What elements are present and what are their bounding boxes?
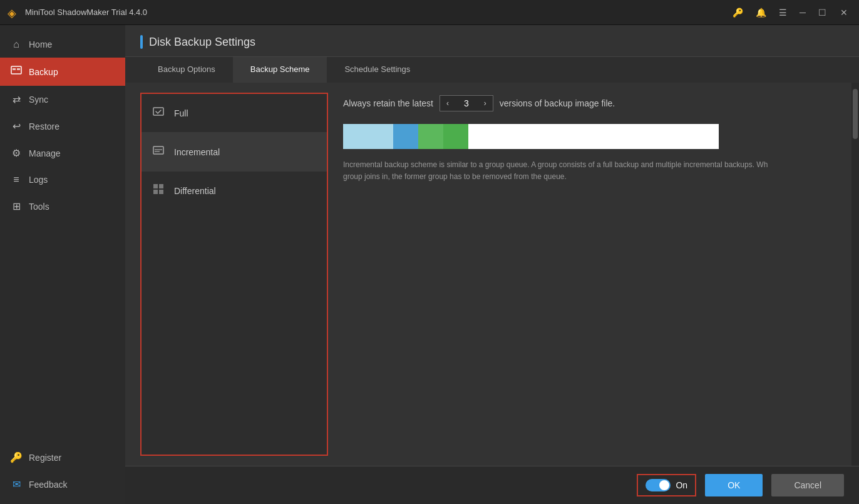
feedback-icon: ✉ (10, 478, 23, 490)
sidebar-item-tools[interactable]: ⊞ Tools (0, 193, 125, 220)
tab-schedule-settings[interactable]: Schedule Settings (327, 57, 428, 83)
incremental-scheme-icon (152, 144, 165, 160)
maximize-button[interactable]: ☐ (816, 6, 829, 19)
sidebar-item-register[interactable]: 🔑 Register (0, 444, 125, 471)
register-icon: 🔑 (10, 451, 23, 463)
sidebar-item-logs[interactable]: ≡ Logs (0, 167, 125, 193)
sidebar-item-sync[interactable]: ⇄ Sync (0, 86, 125, 113)
visual-seg-4 (468, 124, 719, 149)
svg-rect-9 (153, 190, 158, 194)
scheme-item-full[interactable]: Full (141, 94, 327, 133)
sidebar-item-feedback[interactable]: ✉ Feedback (0, 471, 125, 498)
scheme-label-differential: Differential (174, 186, 216, 196)
sidebar-label-register: Register (29, 453, 61, 463)
visual-seg-1 (393, 124, 418, 149)
app-logo: ◈ (8, 6, 20, 19)
visual-seg-3 (443, 124, 468, 149)
restore-icon: ↩ (10, 120, 23, 132)
scheme-item-incremental[interactable]: Incremental (141, 133, 327, 172)
scheme-description: Incremental backup scheme is similar to … (343, 159, 781, 183)
home-icon: ⌂ (10, 39, 23, 50)
manage-icon: ⚙ (10, 147, 23, 159)
cancel-button[interactable]: Cancel (771, 474, 844, 496)
app-title: MiniTool ShadowMaker Trial 4.4.0 (25, 8, 730, 17)
svg-rect-7 (153, 184, 158, 188)
titlebar: ◈ MiniTool ShadowMaker Trial 4.4.0 🔑 🔔 ☰… (0, 0, 859, 25)
sidebar-label-restore: Restore (29, 121, 59, 131)
toggle-switch-container[interactable]: On (637, 474, 696, 496)
sidebar-bottom: 🔑 Register ✉ Feedback (0, 444, 125, 504)
sidebar-label-tools: Tools (29, 202, 49, 212)
content-area: Disk Backup Settings Backup Options Back… (125, 25, 859, 504)
logs-icon: ≡ (10, 174, 23, 185)
scheme-label-incremental: Incremental (174, 147, 220, 157)
ok-button[interactable]: OK (705, 474, 763, 496)
svg-rect-3 (153, 108, 163, 115)
bottom-bar: On OK Cancel (125, 466, 859, 504)
scrollbar[interactable] (851, 83, 859, 466)
scrollbar-thumb[interactable] (853, 89, 858, 139)
svg-rect-1 (13, 68, 16, 70)
scheme-item-differential[interactable]: Differential (141, 172, 327, 210)
tab-bar: Backup Options Backup Scheme Schedule Se… (125, 57, 859, 83)
sidebar-label-logs: Logs (29, 175, 48, 185)
version-increase-button[interactable]: › (478, 96, 493, 110)
sidebar-item-manage[interactable]: ⚙ Manage (0, 140, 125, 167)
window-controls: 🔑 🔔 ☰ ─ ☐ ✕ (730, 6, 851, 19)
bell-icon[interactable]: 🔔 (753, 6, 769, 19)
sidebar-label-backup: Backup (29, 67, 58, 77)
key-icon[interactable]: 🔑 (730, 6, 746, 19)
page-title: Disk Backup Settings (149, 36, 255, 49)
retain-label: Always retain the latest (343, 98, 433, 108)
header-accent-bar (140, 35, 143, 49)
visual-seg-0 (343, 124, 393, 149)
menu-icon[interactable]: ☰ (776, 6, 790, 19)
sidebar: ⌂ Home Backup ⇄ Sync ↩ Restore ⚙ Manage (0, 25, 125, 504)
version-stepper[interactable]: ‹ 3 › (440, 95, 493, 111)
version-decrease-button[interactable]: ‹ (440, 96, 455, 110)
tools-icon: ⊞ (10, 200, 23, 212)
toggle-thumb (659, 480, 669, 490)
sidebar-label-sync: Sync (29, 95, 48, 105)
retain-suffix: versions of backup image file. (500, 98, 615, 108)
sidebar-label-feedback: Feedback (29, 480, 67, 490)
full-scheme-icon (152, 105, 165, 121)
app-body: ⌂ Home Backup ⇄ Sync ↩ Restore ⚙ Manage (0, 25, 859, 504)
sidebar-label-manage: Manage (29, 148, 61, 158)
differential-scheme-icon (152, 183, 165, 198)
sidebar-label-home: Home (29, 39, 52, 49)
page-header: Disk Backup Settings (125, 25, 859, 57)
svg-rect-8 (159, 184, 163, 188)
scheme-detail-panel: Always retain the latest ‹ 3 › versions … (328, 83, 851, 466)
sidebar-item-backup[interactable]: Backup (0, 58, 125, 86)
retain-row: Always retain the latest ‹ 3 › versions … (343, 95, 836, 111)
toggle-label: On (676, 480, 687, 490)
svg-rect-4 (153, 147, 163, 154)
scheme-label-full: Full (174, 108, 188, 118)
main-panel: Full Incremental (125, 83, 859, 466)
minimize-button[interactable]: ─ (797, 6, 808, 19)
backup-icon (10, 65, 23, 78)
close-button[interactable]: ✕ (836, 6, 851, 19)
backup-visual-bar (343, 124, 719, 149)
tab-backup-scheme[interactable]: Backup Scheme (233, 57, 327, 83)
sidebar-item-restore[interactable]: ↩ Restore (0, 113, 125, 140)
sidebar-item-home[interactable]: ⌂ Home (0, 31, 125, 58)
svg-rect-2 (17, 68, 20, 70)
version-value: 3 (455, 96, 478, 111)
scheme-options-panel: Full Incremental (140, 93, 328, 456)
visual-seg-2 (418, 124, 443, 149)
sync-icon: ⇄ (10, 93, 23, 105)
svg-rect-10 (159, 190, 163, 194)
tab-backup-options[interactable]: Backup Options (140, 57, 233, 83)
toggle-track (646, 479, 671, 491)
